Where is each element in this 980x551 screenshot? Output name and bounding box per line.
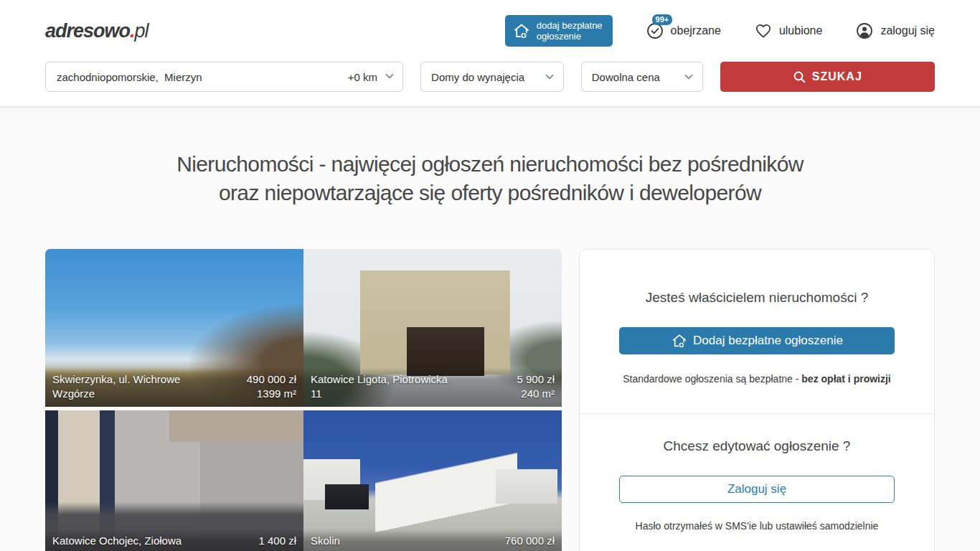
main-content: Nieruchomości - najwięcej ogłoszeń nieru…	[0, 106, 980, 551]
add-listing-label: dodaj bezpłatne ogłoszenie	[537, 20, 603, 42]
logo-name: adresowo	[45, 20, 130, 42]
listing-price: 5 900 zł	[517, 372, 555, 387]
sidebar-add-listing-label: Dodaj bezpłatne ogłoszenie	[693, 334, 843, 348]
edit-section: Chcesz edytować ogłoszenie ? Zaloguj się…	[580, 414, 934, 551]
radius-value[interactable]: +0 km	[348, 62, 377, 92]
edit-heading: Chcesz edytować ogłoszenie ?	[619, 438, 895, 454]
location-field: +0 km	[45, 62, 403, 92]
sidebar-login-button[interactable]: Zaloguj się	[619, 476, 895, 503]
listing-area	[258, 548, 296, 551]
listing-location: Katowice Ligota, Piotrowicka 11	[311, 372, 461, 401]
chevron-down-icon	[385, 71, 395, 81]
free-listing-note: Standardowe ogłoszenia są bezpłatne - be…	[619, 373, 895, 385]
category-select[interactable]: Domy do wynajęcia	[420, 62, 564, 92]
chevron-down-icon	[545, 72, 555, 82]
listing-card[interactable]: Katowice Ligota, Piotrowicka 11 5 900 zł…	[303, 249, 562, 407]
listing-caption: Katowice Ligota, Piotrowicka 11 5 900 zł…	[303, 368, 562, 407]
search-submit-button[interactable]: SZUKAJ	[720, 62, 935, 92]
favorites-button[interactable]: ulubione	[754, 22, 823, 40]
house-add-icon	[671, 332, 688, 349]
listing-location: Skwierzynka, ul. Wichrowe Wzgórze	[52, 372, 203, 401]
heart-icon	[754, 22, 773, 40]
listing-price: 1 400 zł	[258, 534, 296, 548]
top-bar: adresowo.pl dodaj bezpłatne ogłoszenie	[0, 0, 980, 62]
listing-area: 240 m²	[517, 387, 555, 401]
listing-caption: Skwierzynka, ul. Wichrowe Wzgórze 490 00…	[45, 368, 303, 407]
password-note: Hasło otrzymałeś w SMS'ie lub ustawiłeś …	[619, 520, 895, 532]
listing-card[interactable]: Skwierzynka, ul. Wichrowe Wzgórze 490 00…	[45, 249, 303, 407]
listing-card[interactable]: Katowice Ochojec, Ziołowa 1 400 zł	[45, 410, 303, 551]
viewed-count-badge: 99+	[652, 14, 673, 25]
listing-price: 490 000 zł	[247, 372, 296, 387]
add-listing-button[interactable]: dodaj bezpłatne ogłoszenie	[505, 15, 613, 47]
category-value: Domy do wynajęcia	[431, 71, 524, 83]
listing-location: Skolin	[311, 534, 340, 551]
owner-section: Jesteś właścicielem nieruchomości ? Doda…	[580, 250, 934, 413]
listing-area: 1399 m²	[247, 387, 296, 401]
site-logo[interactable]: adresowo.pl	[45, 20, 149, 42]
price-select[interactable]: Dowolna cena	[581, 62, 703, 92]
price-value: Dowolna cena	[592, 71, 660, 83]
listing-price: 760 000 zł	[505, 534, 555, 548]
page-title: Nieruchomości - najwięcej ogłoszeń nieru…	[0, 107, 980, 207]
login-button[interactable]: zaloguj się	[855, 22, 935, 40]
listing-area	[505, 548, 555, 551]
search-submit-label: SZUKAJ	[812, 70, 862, 83]
chevron-down-icon	[684, 72, 694, 82]
listing-card[interactable]: Skolin 760 000 zł	[303, 410, 562, 551]
listing-location: Katowice Ochojec, Ziołowa	[52, 534, 182, 551]
magnifier-icon	[793, 70, 806, 84]
listings-grid: Skwierzynka, ul. Wichrowe Wzgórze 490 00…	[45, 249, 562, 551]
owner-heading: Jesteś właścicielem nieruchomości ?	[619, 290, 895, 306]
listing-caption: Katowice Ochojec, Ziołowa 1 400 zł	[45, 529, 303, 551]
listing-caption: Skolin 760 000 zł	[303, 529, 562, 551]
owner-promo-card: Jesteś właścicielem nieruchomości ? Doda…	[579, 249, 935, 551]
viewed-button[interactable]: 99+ obejrzane	[646, 22, 721, 40]
search-bar: +0 km Domy do wynajęcia Dowolna cena SZU…	[0, 62, 980, 106]
house-add-icon	[512, 22, 531, 40]
viewed-label: obejrzane	[671, 24, 721, 37]
login-label: zaloguj się	[880, 24, 935, 37]
sidebar-add-listing-button[interactable]: Dodaj bezpłatne ogłoszenie	[619, 327, 895, 354]
favorites-label: ulubione	[779, 24, 823, 37]
logo-tld: pl	[135, 20, 149, 42]
user-icon	[855, 22, 874, 40]
header-actions: dodaj bezpłatne ogłoszenie 99+ obejrzane…	[505, 15, 935, 47]
sidebar-login-label: Zaloguj się	[727, 482, 786, 496]
